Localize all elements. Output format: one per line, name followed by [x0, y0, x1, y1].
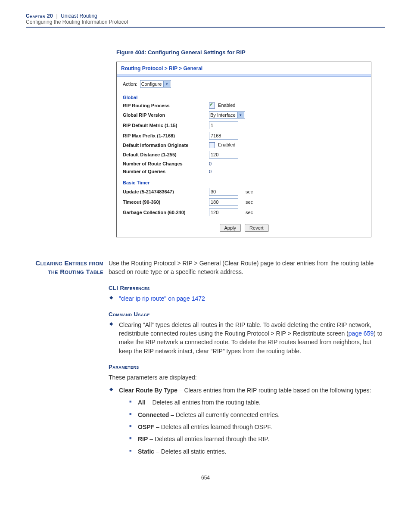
default-metric-label: RIP Default Metric (1-15) [123, 123, 209, 128]
list-item: OSPF – Deletes all entries learned throu… [128, 423, 385, 431]
sub-desc: – Deletes all entries learned through OS… [154, 423, 272, 430]
default-metric-input[interactable]: 1 [209, 121, 238, 129]
update-input[interactable]: 30 [209, 188, 238, 196]
page-number: – 654 – [26, 475, 385, 481]
apply-button[interactable]: Apply [220, 224, 241, 232]
default-distance-label: Default Distance (1-255) [123, 152, 209, 157]
max-prefix-input[interactable]: 7168 [209, 132, 238, 140]
list-item: All – Deletes all entries from the routi… [128, 398, 385, 407]
breadcrumb: Routing Protocol > RIP > General [117, 62, 371, 75]
configuration-screenshot: Routing Protocol > RIP > General Action:… [116, 62, 371, 237]
rip-process-enabled-text: Enabled [218, 103, 235, 108]
usage-text-a: Clearing “All” types deletes all routes … [119, 321, 371, 337]
route-changes-value: 0 [209, 161, 365, 166]
list-item: Clearing “All” types deletes all routes … [109, 320, 385, 355]
list-item: Clear Route By Type – Clears entries fro… [109, 386, 385, 456]
sub-label: RIP [138, 436, 148, 442]
action-select-value: Configure [141, 81, 162, 87]
sub-label: Connected [138, 411, 169, 418]
cli-references-heading: CLI References [109, 284, 385, 292]
route-changes-label: Number of Route Changes [123, 161, 209, 166]
default-info-checkbox[interactable] [209, 142, 215, 148]
gc-input[interactable]: 120 [209, 208, 238, 216]
margin-heading: Clearing Entries from the Routing Table [26, 259, 109, 277]
chapter-label: Chapter 20 [26, 13, 53, 19]
timeout-input[interactable]: 180 [209, 198, 238, 206]
intro-paragraph: Use the Routing Protocol > RIP > General… [109, 259, 385, 277]
sub-label: Static [138, 448, 154, 455]
timeout-unit: sec [246, 199, 253, 205]
parameters-intro: These parameters are displayed: [109, 373, 385, 382]
cli-reference-link[interactable]: "clear ip rip route" on page 1472 [119, 295, 205, 302]
queries-label: Number of Queries [123, 169, 209, 174]
action-select[interactable]: Configure ▾ [140, 80, 171, 88]
update-unit: sec [246, 189, 253, 194]
sub-label: All [138, 399, 146, 406]
list-item: Static – Deletes all static entries. [128, 447, 385, 456]
default-distance-input[interactable]: 120 [209, 151, 238, 159]
gc-label: Garbage Collection (60-240) [123, 210, 209, 215]
rip-process-checkbox[interactable] [209, 103, 215, 109]
list-item: "clear ip rip route" on page 1472 [109, 294, 385, 303]
gc-unit: sec [246, 210, 253, 215]
list-item: RIP – Deletes all entries learned throug… [128, 435, 385, 443]
sub-desc: – Deletes all static entries. [154, 448, 226, 455]
global-section-title: Global [123, 95, 365, 100]
default-info-enabled-text: Enabled [218, 142, 235, 147]
global-version-value: By Interface [210, 112, 236, 118]
chevron-down-icon: ▾ [237, 112, 244, 118]
global-version-label: Global RIP Version [123, 112, 209, 118]
action-label: Action: [123, 81, 137, 87]
parameters-heading: Parameters [109, 363, 385, 371]
sub-desc: – Deletes all entries learned through th… [148, 436, 269, 442]
page-link[interactable]: page 659 [349, 330, 374, 337]
chevron-down-icon: ▾ [163, 81, 170, 87]
basic-timer-title: Basic Timer [123, 180, 365, 185]
sub-label: OSPF [138, 423, 154, 430]
running-header: Chapter 20 | Unicast Routing Configuring… [26, 13, 385, 28]
queries-value: 0 [209, 169, 365, 174]
default-info-label: Default Information Originate [123, 143, 209, 148]
global-version-select[interactable]: By Interface ▾ [209, 111, 245, 119]
section-label: Unicast Routing [61, 13, 97, 19]
update-label: Update (5-2147483647) [123, 189, 209, 194]
subsection-label: Configuring the Routing Information Prot… [26, 19, 385, 25]
revert-button[interactable]: Revert [245, 224, 268, 232]
list-item: Connected – Deletes all currently connec… [128, 411, 385, 419]
param-main-desc: – Clears entries from the RIP routing ta… [177, 387, 371, 394]
sub-desc: – Deletes all currently connected entrie… [169, 411, 280, 418]
header-separator: | [56, 13, 58, 19]
figure-caption: Figure 404: Configuring General Settings… [116, 49, 385, 56]
command-usage-heading: Command Usage [109, 311, 385, 319]
rip-process-label: RIP Routing Process [123, 103, 209, 108]
param-main-label: Clear Route By Type [119, 387, 177, 394]
timeout-label: Timeout (90-360) [123, 199, 209, 205]
max-prefix-label: RIP Max Prefix (1-7168) [123, 133, 209, 138]
sub-desc: – Deletes all entries from the routing t… [146, 399, 261, 406]
